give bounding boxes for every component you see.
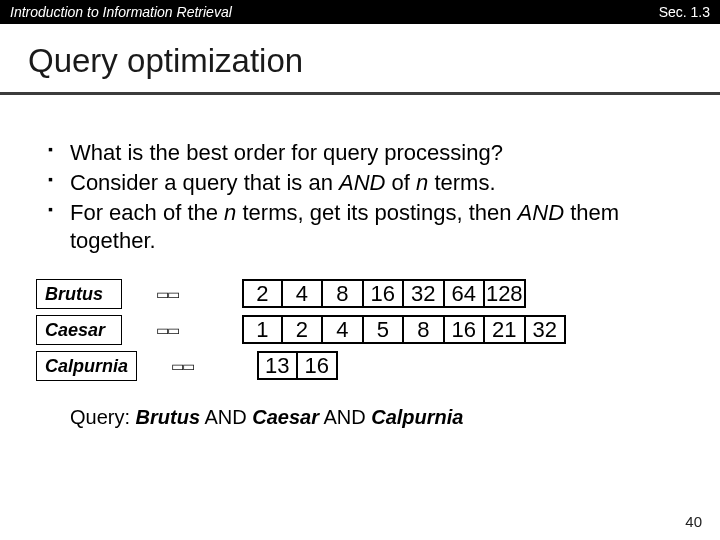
term-box: Calpurnia bbox=[36, 351, 137, 381]
postings-row-caesar: Caesar ▭▭ 1 2 4 5 8 16 21 32 bbox=[36, 312, 720, 348]
posting-cell: 1 bbox=[242, 315, 283, 344]
posting-cell: 16 bbox=[364, 279, 405, 308]
posting-cell: 4 bbox=[283, 279, 324, 308]
bullet-item: What is the best order for query process… bbox=[48, 139, 680, 167]
posting-cell: 13 bbox=[257, 351, 298, 380]
posting-cell: 4 bbox=[323, 315, 364, 344]
postings-list: 13 16 bbox=[257, 351, 338, 380]
bullet-list: What is the best order for query process… bbox=[0, 95, 720, 256]
query-term: Brutus bbox=[136, 406, 200, 428]
posting-cell: 2 bbox=[242, 279, 283, 308]
query-op: AND bbox=[319, 406, 371, 428]
arrow-icon: ▭▭ bbox=[122, 316, 242, 344]
posting-cell: 5 bbox=[364, 315, 405, 344]
posting-cell: 32 bbox=[526, 315, 567, 344]
posting-cell: 16 bbox=[298, 351, 339, 380]
postings-row-brutus: Brutus ▭▭ 2 4 8 16 32 64 128 bbox=[36, 276, 720, 312]
slide-number: 40 bbox=[685, 513, 702, 530]
posting-cell: 8 bbox=[323, 279, 364, 308]
arrow-icon: ▭▭ bbox=[122, 280, 242, 308]
bullet-item: Consider a query that is an AND of n ter… bbox=[48, 169, 680, 197]
posting-cell: 32 bbox=[404, 279, 445, 308]
term-box: Caesar bbox=[36, 315, 122, 345]
course-title: Introduction to Information Retrieval bbox=[10, 4, 232, 20]
query-term: Caesar bbox=[252, 406, 319, 428]
term-box: Brutus bbox=[36, 279, 122, 309]
section-label: Sec. 1.3 bbox=[659, 4, 710, 20]
query-term: Calpurnia bbox=[371, 406, 463, 428]
query-line: Query: Brutus AND Caesar AND Calpurnia bbox=[0, 384, 720, 429]
arrow-icon: ▭▭ bbox=[137, 352, 257, 380]
title-area: Query optimization bbox=[0, 24, 720, 86]
posting-cell: 64 bbox=[445, 279, 486, 308]
posting-cell: 21 bbox=[485, 315, 526, 344]
postings-list: 1 2 4 5 8 16 21 32 bbox=[242, 315, 566, 344]
top-bar: Introduction to Information Retrieval Se… bbox=[0, 0, 720, 24]
postings-list: 2 4 8 16 32 64 128 bbox=[242, 279, 526, 308]
query-op: AND bbox=[200, 406, 252, 428]
posting-cell: 16 bbox=[445, 315, 486, 344]
postings-area: Brutus ▭▭ 2 4 8 16 32 64 128 Caesar ▭▭ 1… bbox=[0, 258, 720, 384]
posting-cell: 128 bbox=[485, 279, 526, 308]
posting-cell: 8 bbox=[404, 315, 445, 344]
slide-title: Query optimization bbox=[28, 42, 692, 80]
postings-row-calpurnia: Calpurnia ▭▭ 13 16 bbox=[36, 348, 720, 384]
query-label: Query: bbox=[70, 406, 136, 428]
bullet-item: For each of the n terms, get its posting… bbox=[48, 199, 680, 255]
posting-cell: 2 bbox=[283, 315, 324, 344]
